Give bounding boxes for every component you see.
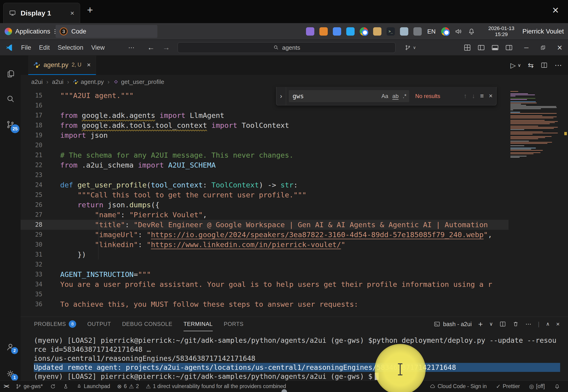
code-line-18[interactable]: 18from google.adk.tools.tool_context imp…	[21, 120, 508, 130]
customize-layout-icon[interactable]	[463, 44, 471, 52]
tray-app-icon-4[interactable]	[413, 27, 422, 36]
chrome-tray-icon[interactable]	[360, 27, 368, 36]
regex-toggle[interactable]: .*	[403, 93, 406, 99]
code-line-28[interactable]: 28 "title": "DevRel Engineer @ Google Wo…	[21, 220, 508, 230]
new-terminal-button[interactable]: +	[478, 320, 483, 329]
find-input[interactable]: gws Aa ab .*	[289, 90, 409, 102]
cloud-code-signin[interactable]: Cloud Code - Sign in	[430, 383, 487, 390]
code-line-23[interactable]: 23	[21, 170, 508, 180]
toggle-replace-icon[interactable]: ›	[276, 87, 286, 105]
code-line-26[interactable]: 26 return json.dumps({	[21, 200, 508, 210]
find-in-selection-icon[interactable]: ≡	[480, 92, 484, 100]
code-line-27[interactable]: 27 "name": "Pierrick Voulet",	[21, 210, 508, 220]
terminal-line[interactable]: rce id=5834638717142171648 …	[34, 345, 568, 354]
match-case-toggle[interactable]: Aa	[381, 93, 388, 99]
nav-back-button[interactable]: ←	[147, 40, 155, 56]
tab-agent-py[interactable]: agent.py 2, U ×	[28, 56, 96, 75]
code-line-22[interactable]: 22from .a2ui_schema import A2UI_SCHEMA	[21, 160, 508, 170]
screencast-status[interactable]: ◎ [off]	[529, 383, 545, 390]
split-terminal-icon[interactable]	[499, 321, 506, 327]
panel-more-actions-icon[interactable]: ⋯	[525, 321, 531, 328]
panel-tab-problems[interactable]: PROBLEMS8	[34, 317, 76, 331]
vulnerability-status[interactable]: ⚠ 1 direct vulnerability found for all t…	[146, 383, 286, 390]
settings-gear-icon[interactable]: 1	[6, 369, 15, 378]
code-line-32[interactable]: 32	[21, 260, 508, 269]
tray-app-icon-2[interactable]	[319, 27, 328, 36]
display-tab-close-icon[interactable]: ×	[70, 9, 74, 17]
prettier-status[interactable]: ✓ Prettier	[496, 383, 520, 390]
tab-close-icon[interactable]: ×	[87, 61, 91, 69]
tray-app-icon-1[interactable]	[306, 27, 314, 36]
breadcrumb-item-get-user-profile[interactable]: get_user_profile	[113, 78, 164, 85]
display-tray-icon[interactable]	[400, 27, 408, 36]
code-line-17[interactable]: 17from google.adk.agents import LlmAgent	[21, 111, 508, 120]
tray-app-icon-3[interactable]	[333, 27, 341, 36]
open-changes-icon[interactable]: ⇆	[528, 61, 534, 69]
experiments-status[interactable]	[63, 383, 69, 390]
applications-menu[interactable]: Applications	[2, 23, 62, 40]
git-branch-status[interactable]: ge-gws*	[15, 383, 43, 390]
clock[interactable]: 2026-01-13 15:29	[486, 26, 517, 37]
notifications-bell-icon[interactable]	[467, 28, 475, 35]
menu-edit[interactable]: Edit	[35, 40, 54, 56]
sync-changes-button[interactable]	[50, 383, 56, 390]
terminal-line[interactable]: (myenv) [LOAS2] pierrick@pierrick:~/git/…	[34, 336, 568, 345]
files-tray-icon[interactable]	[373, 27, 381, 36]
code-line-34[interactable]: 34You are a user profile assistant. Your…	[21, 280, 508, 289]
keyboard-layout-indicator[interactable]: EN	[427, 28, 436, 35]
maximize-panel-icon[interactable]: ∧	[546, 321, 550, 327]
vscode-close-button[interactable]: ×	[551, 40, 568, 56]
browser-status-icon[interactable]	[441, 27, 449, 36]
terminal-line[interactable]: ions/us-central1/reasoningEngines/583463…	[34, 354, 568, 363]
code-line-36[interactable]: 36To achieve this, you MUST follow these…	[21, 299, 508, 309]
find-close-icon[interactable]: ×	[489, 92, 493, 100]
vscode-tray-icon[interactable]	[346, 27, 355, 36]
search-icon[interactable]	[6, 94, 15, 104]
menu-view[interactable]: View	[87, 40, 108, 56]
code-line-19[interactable]: 19import json	[21, 130, 508, 140]
menu-selection[interactable]: Selection	[54, 40, 87, 56]
explorer-icon[interactable]	[6, 69, 15, 79]
terminal-line[interactable]: (myenv) [LOAS2] pierrick@pierrick:~/git/…	[34, 372, 568, 381]
code-line-21[interactable]: 21# The schema for any A2UI message. Thi…	[21, 150, 508, 160]
taskbar-window-code[interactable]: 3 Code	[56, 25, 157, 38]
terminal-dropdown-icon[interactable]: ∨	[489, 321, 493, 327]
problems-status[interactable]: ⊗ 6 ⚠ 2	[117, 383, 139, 390]
run-dropdown-icon[interactable]: ∨	[518, 62, 521, 68]
source-control-icon[interactable]: 25	[6, 120, 15, 129]
breadcrumb-item-a2ui[interactable]: a2ui	[31, 78, 43, 85]
panel-tab-output[interactable]: OUTPUT	[87, 317, 111, 331]
code-line-30[interactable]: 30 "linkedin": "https://www.linkedin.com…	[21, 240, 508, 250]
notifications-status[interactable]	[554, 383, 560, 390]
display-tab[interactable]: Display 1 ×	[3, 3, 80, 23]
panel-tab-debug-console[interactable]: DEBUG CONSOLE	[122, 317, 172, 331]
code-line-29[interactable]: 29 "imageUrl": "https://io.google/2024/s…	[21, 230, 508, 240]
editor-more-actions-icon[interactable]: ⋯	[554, 61, 562, 70]
toggle-panel-icon[interactable]	[491, 44, 499, 52]
toggle-sidebar-icon[interactable]	[477, 44, 485, 52]
breadcrumb-item-agent-py[interactable]: agent.py	[73, 78, 104, 85]
code-editor[interactable]: 15"""A2UI agent."""1617from google.adk.a…	[21, 89, 508, 317]
window-close-icon[interactable]: ×	[552, 4, 559, 16]
run-python-file-button[interactable]: ▷	[510, 61, 516, 69]
code-line-25[interactable]: 25 """Call this tool to get the current …	[21, 190, 508, 200]
publish-branch-button[interactable]: ∨	[404, 40, 416, 56]
launchpad-status[interactable]: Launchpad	[76, 383, 110, 390]
minimize-button[interactable]: ─	[518, 40, 535, 56]
menu-file[interactable]: File	[17, 40, 35, 56]
find-previous-icon[interactable]: ↑	[463, 92, 467, 100]
restore-button[interactable]	[535, 40, 551, 56]
close-panel-icon[interactable]: ×	[556, 321, 560, 328]
code-line-31[interactable]: 31 })	[21, 250, 508, 260]
code-line-24[interactable]: 24def get_user_profile(tool_context: Too…	[21, 180, 508, 190]
code-line-33[interactable]: 33AGENT_INSTRUCTION="""	[21, 269, 508, 280]
terminal-line[interactable]: Updated remote agent: projects/a2ui-agen…	[34, 363, 560, 372]
kill-terminal-icon[interactable]	[512, 321, 519, 327]
find-next-icon[interactable]: ↓	[472, 92, 475, 100]
split-editor-icon[interactable]	[541, 62, 548, 69]
terminal-tray-icon[interactable]: >_	[387, 27, 395, 36]
menu-more[interactable]: ⋯	[125, 40, 138, 56]
command-center-search[interactable]: agents	[178, 42, 396, 53]
whole-word-toggle[interactable]: ab	[392, 93, 399, 99]
code-line-35[interactable]: 35	[21, 289, 508, 299]
